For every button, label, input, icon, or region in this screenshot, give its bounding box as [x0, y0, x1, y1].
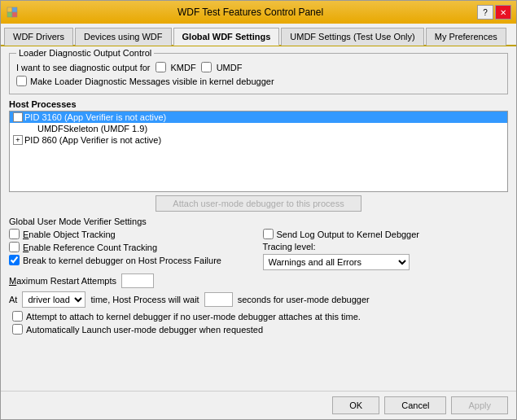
global-settings-title: Global User Mode Verifier Settings	[9, 217, 508, 226]
time-label: time, Host Process will wait	[90, 295, 199, 304]
global-settings-section: Global User Mode Verifier Settings Enabl…	[9, 217, 508, 270]
diag-output-row: I want to see diagnostic output for KMDF…	[16, 62, 501, 72]
kmdf-checkbox[interactable]	[156, 62, 166, 72]
loader-diag-group: Loader Diagnostic Output Control I want …	[9, 53, 508, 94]
enable-object-row: Enable Object Tracking	[9, 229, 255, 239]
help-button[interactable]: ?	[477, 5, 493, 20]
enable-ref-row: Enable Reference Count Tracking	[9, 242, 255, 252]
max-restart-row: Maximum Restart Attempts 5	[9, 273, 508, 288]
tab-bar: WDF Drivers Devices using WDF Global WDF…	[1, 24, 516, 46]
pid860-label: PID 860 (App Verifier is not active)	[24, 135, 161, 145]
host-processes-list[interactable]: - PID 3160 (App Verifier is not active) …	[9, 111, 508, 192]
expand-icon: -	[13, 112, 21, 122]
svg-rect-3	[12, 12, 17, 17]
list-item[interactable]: UMDFSkeleton (UMDF 1.9)	[10, 123, 507, 134]
tracing-dropdown[interactable]: Warnings and all Errors Errors only All …	[263, 254, 410, 270]
right-col: Send Log Output to Kernel Debgger Tracin…	[263, 229, 509, 270]
host-processes-section: Host Processes - PID 3160 (App Verifier …	[9, 99, 508, 195]
send-log-label: Send Log Output to Kernel Debgger	[277, 230, 420, 239]
send-log-checkbox[interactable]	[263, 229, 274, 239]
enable-object-label: Enable Object Tracking	[23, 230, 116, 239]
auto-launch-label: Automatically Launch user-mode debugger …	[26, 325, 263, 335]
tab-wdf-drivers[interactable]: WDF Drivers	[4, 28, 73, 46]
enable-object-checkbox[interactable]	[9, 229, 20, 239]
cancel-button[interactable]: Cancel	[384, 396, 446, 414]
tracing-label: Tracing level:	[263, 242, 316, 252]
ok-button[interactable]: OK	[332, 396, 379, 414]
kmdf-label: KMDF	[171, 63, 196, 72]
window-title: WDF Test Features Control Panel	[24, 7, 477, 18]
attach-btn-row: Attach user-mode debugger to this proces…	[9, 195, 508, 212]
tab-global-wdf[interactable]: Global WDF Settings	[173, 28, 280, 46]
attempt-label: Attempt to attach to kernel debugger if …	[26, 312, 361, 322]
max-restart-input[interactable]: 5	[121, 273, 154, 288]
seconds-label: seconds for user-mode debugger	[238, 295, 370, 304]
auto-launch-checkbox[interactable]	[12, 324, 23, 335]
loader-diag-title: Loader Diagnostic Output Control	[16, 48, 154, 58]
send-log-row: Send Log Output to Kernel Debgger	[263, 229, 509, 239]
svg-rect-0	[7, 7, 12, 12]
pid3160-label: PID 3160 (App Verifier is not active)	[24, 112, 166, 122]
wait-value-input[interactable]: 0	[204, 292, 233, 307]
app-icon	[6, 6, 19, 19]
footer: OK Cancel Apply	[1, 391, 516, 419]
tab-umdf-settings[interactable]: UMDF Settings (Test Use Only)	[281, 28, 423, 46]
break-kernel-label: Break to kernel debugger on Host Process…	[23, 256, 221, 265]
driver-load-select[interactable]: driver load	[22, 291, 85, 308]
host-processes-label: Host Processes	[9, 99, 508, 109]
main-window: WDF Test Features Control Panel ? ✕ WDF …	[0, 0, 517, 420]
svg-rect-2	[7, 12, 12, 17]
break-kernel-checkbox[interactable]	[9, 255, 20, 265]
expand-icon: +	[13, 135, 21, 145]
spacer-icon	[26, 125, 34, 133]
attach-debugger-button[interactable]: Attach user-mode debugger to this proces…	[156, 195, 361, 212]
make-visible-label: Make Loader Diagnostic Messages visible …	[30, 77, 274, 86]
break-kernel-row: Break to kernel debugger on Host Process…	[9, 255, 255, 265]
apply-button[interactable]: Apply	[451, 396, 508, 414]
umdf-label: UMDF	[217, 63, 243, 72]
umdf-label: UMDFSkeleton (UMDF 1.9)	[37, 124, 147, 133]
tab-content: Loader Diagnostic Output Control I want …	[1, 46, 516, 391]
window-controls: ? ✕	[477, 5, 511, 20]
want-label: I want to see diagnostic output for	[16, 63, 151, 72]
list-item[interactable]: - PID 3160 (App Verifier is not active)	[10, 112, 507, 123]
tracing-dropdown-row: Warnings and all Errors Errors only All …	[263, 254, 509, 270]
make-visible-checkbox[interactable]	[16, 76, 27, 86]
tab-my-preferences[interactable]: My Preferences	[426, 28, 506, 46]
max-restart-label: Maximum Restart Attempts	[9, 276, 116, 286]
at-label: At	[9, 295, 17, 304]
enable-ref-label: Enable Reference Count Tracking	[23, 243, 157, 252]
left-col: Enable Object Tracking Enable Reference …	[9, 229, 255, 270]
settings-columns: Enable Object Tracking Enable Reference …	[9, 229, 508, 270]
attempt-attach-checkbox[interactable]	[12, 311, 23, 322]
tracing-row: Tracing level:	[263, 242, 509, 252]
at-row: At driver load time, Host Process will w…	[9, 291, 508, 308]
attempt-attach-row: Attempt to attach to kernel debugger if …	[12, 311, 508, 322]
list-item[interactable]: + PID 860 (App Verifier is not active)	[10, 134, 507, 146]
title-bar: WDF Test Features Control Panel ? ✕	[1, 1, 516, 24]
auto-launch-row: Automatically Launch user-mode debugger …	[12, 324, 508, 335]
tab-devices-wdf[interactable]: Devices using WDF	[75, 28, 172, 46]
enable-ref-checkbox[interactable]	[9, 242, 20, 252]
svg-rect-1	[12, 7, 17, 12]
umdf-checkbox[interactable]	[201, 62, 212, 72]
make-visible-row: Make Loader Diagnostic Messages visible …	[16, 76, 501, 86]
close-button[interactable]: ✕	[495, 5, 511, 20]
